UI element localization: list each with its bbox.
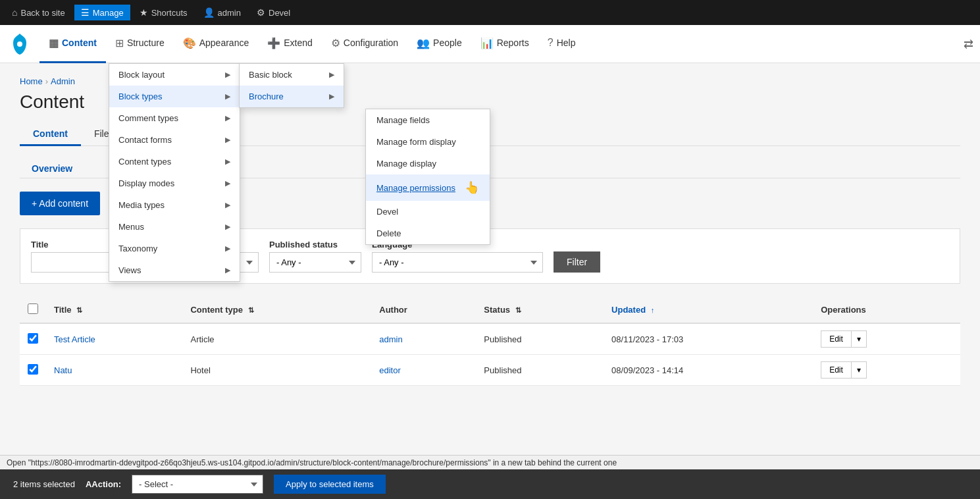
row-title-link-1[interactable]: Natu: [54, 365, 72, 375]
row-title-1: Natu: [46, 355, 182, 386]
breadcrumb-home[interactable]: Home: [20, 76, 43, 86]
filter-status-select[interactable]: - Any -: [269, 252, 361, 273]
svg-point-0: [17, 41, 22, 47]
row-author-1: editor: [371, 355, 476, 386]
breadcrumb-sep1: ›: [45, 76, 48, 86]
nav-bar: ▦ Content ⊞ Structure 🎨 Appearance ➕ Ext…: [0, 25, 980, 63]
nav-help[interactable]: ? Help: [538, 25, 585, 63]
menu-manage-fields[interactable]: Manage fields: [366, 109, 490, 131]
admin-item[interactable]: 👤 admin: [197, 5, 247, 20]
block-types-arrow: ▶: [225, 92, 230, 101]
updated-sort-icon: ↑: [651, 306, 655, 314]
menu-menus[interactable]: Menus ▶: [109, 216, 240, 238]
menu-devel[interactable]: Devel: [366, 201, 490, 223]
menu-comment-types[interactable]: Comment types ▶: [109, 107, 240, 129]
row-author-link-0[interactable]: admin: [379, 334, 402, 344]
menus-arrow: ▶: [225, 223, 230, 231]
th-operations: Operations: [813, 297, 960, 323]
content-icon: ▦: [49, 37, 59, 49]
th-checkbox: [20, 297, 46, 323]
manage-item[interactable]: ☰ Manage: [74, 5, 130, 20]
nav-appearance[interactable]: 🎨 Appearance: [174, 25, 259, 63]
brochure-submenu: Manage fields Manage form display Manage…: [365, 109, 490, 245]
cursor-hand-icon: 👆: [465, 180, 479, 195]
select-all-checkbox[interactable]: [28, 303, 38, 314]
block-layout-arrow: ▶: [225, 70, 230, 79]
menu-display-modes[interactable]: Display modes ▶: [109, 172, 240, 194]
menu-manage-display[interactable]: Manage display: [366, 153, 490, 174]
drupal-logo: [7, 31, 33, 57]
menu-content-types[interactable]: Content types ▶: [109, 151, 240, 172]
home-icon: ⌂: [12, 7, 17, 18]
row-author-0: admin: [371, 323, 476, 355]
reports-icon: 📊: [480, 37, 494, 49]
content-type-sort-icon: ⇅: [248, 306, 254, 314]
user-icon: 👤: [203, 7, 215, 18]
back-to-site[interactable]: ⌂ Back to site: [5, 5, 72, 20]
menu-taxonomy[interactable]: Taxonomy ▶: [109, 238, 240, 259]
nav-content[interactable]: ▦ Content: [39, 25, 106, 63]
row-updated-0: 08/11/2023 - 17:03: [604, 323, 813, 355]
admin-bar: ⌂ Back to site ☰ Manage ★ Shortcuts 👤 ad…: [0, 0, 980, 25]
edit-dropdown-0[interactable]: ▾: [852, 330, 867, 348]
menu-media-types[interactable]: Media types ▶: [109, 194, 240, 216]
nav-reports[interactable]: 📊 Reports: [471, 25, 538, 63]
devel-item[interactable]: ⚙ Devel: [250, 5, 297, 20]
add-content-button[interactable]: + Add content: [20, 192, 100, 215]
gear-icon: ⚙: [257, 7, 265, 18]
th-status[interactable]: Status ⇅: [476, 297, 604, 323]
menu-brochure[interactable]: Brochure ▶: [240, 86, 344, 107]
menu-manage-permissions[interactable]: Manage permissions 👆: [366, 174, 490, 201]
nav-structure[interactable]: ⊞ Structure: [106, 25, 174, 63]
menu-manage-form-display[interactable]: Manage form display: [366, 131, 490, 153]
filter-status-label: Published status: [269, 240, 361, 250]
menu-delete[interactable]: Delete: [366, 223, 490, 244]
block-types-submenu: Basic block ▶ Brochure ▶: [239, 63, 344, 108]
menu-block-types[interactable]: Block types ▶: [109, 86, 240, 107]
row-ops-1: Edit ▾: [813, 355, 960, 386]
th-updated[interactable]: Updated ↑: [604, 297, 813, 323]
nav-configuration[interactable]: ⚙ Configuration: [322, 25, 407, 63]
menu-views[interactable]: Views ▶: [109, 259, 240, 281]
content-types-arrow: ▶: [225, 157, 230, 166]
row-ops-0: Edit ▾: [813, 323, 960, 355]
basic-block-arrow: ▶: [329, 70, 334, 79]
shortcuts-item[interactable]: ★ Shortcuts: [133, 5, 194, 20]
th-content-type[interactable]: Content type ⇅: [182, 297, 371, 323]
menu-basic-block[interactable]: Basic block ▶: [240, 64, 344, 86]
ops-cell-0: Edit ▾: [821, 330, 952, 348]
edit-dropdown-1[interactable]: ▾: [852, 361, 867, 379]
row-title-link-0[interactable]: Test Article: [54, 334, 95, 344]
extend-icon: ➕: [267, 37, 280, 49]
th-author: Author: [371, 297, 476, 323]
menu-contact-forms[interactable]: Contact forms ▶: [109, 129, 240, 151]
filter-button[interactable]: Filter: [554, 251, 600, 273]
taxonomy-arrow: ▶: [225, 244, 230, 253]
subtab-overview[interactable]: Overview: [20, 159, 84, 178]
status-sort-icon: ⇅: [515, 306, 521, 314]
filter-language-select[interactable]: - Any -: [372, 252, 543, 273]
edit-button-1[interactable]: Edit: [821, 361, 852, 379]
table-row: Natu Hotel editor Published 08/09/2023 -…: [20, 355, 960, 386]
row-status-1: Published: [476, 355, 604, 386]
edit-button-0[interactable]: Edit: [821, 330, 852, 348]
breadcrumb-admin[interactable]: Admin: [51, 76, 75, 86]
row-checkbox-1[interactable]: [28, 364, 38, 375]
row-updated-1: 08/09/2023 - 14:14: [604, 355, 813, 386]
table-row: Test Article Article admin Published 08/…: [20, 323, 960, 355]
row-checkbox-0[interactable]: [28, 333, 38, 344]
tab-content[interactable]: Content: [20, 123, 81, 146]
help-icon: ?: [548, 37, 554, 49]
row-author-link-1[interactable]: editor: [379, 365, 401, 375]
nav-people[interactable]: 👥 People: [407, 25, 471, 63]
th-title[interactable]: Title ⇅: [46, 297, 182, 323]
row-content-type-1: Hotel: [182, 355, 371, 386]
brochure-arrow: ▶: [329, 92, 334, 101]
people-icon: 👥: [417, 37, 430, 49]
menu-block-layout[interactable]: Block layout ▶: [109, 64, 240, 86]
views-arrow: ▶: [225, 266, 230, 275]
row-title-0: Test Article: [46, 323, 182, 355]
nav-collapse-button[interactable]: ⇄: [957, 37, 980, 51]
nav-extend[interactable]: ➕ Extend: [258, 25, 322, 63]
row-status-0: Published: [476, 323, 604, 355]
